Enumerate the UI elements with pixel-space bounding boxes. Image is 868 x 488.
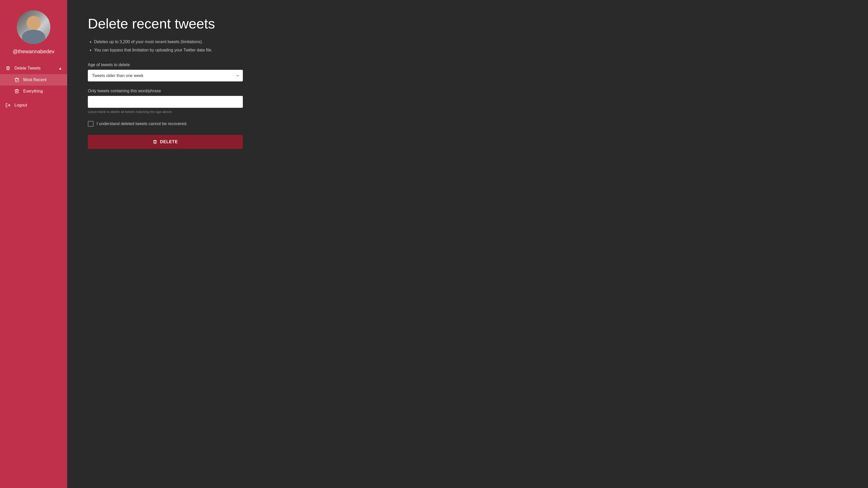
sidebar-item-delete-tweets[interactable]: Delete Tweets ▲: [0, 62, 67, 74]
confirm-checkbox-group: I understand deleted tweets cannot be re…: [88, 121, 243, 127]
sidebar-logout-label: Logout: [14, 103, 27, 108]
sidebar-nav: Delete Tweets ▲ Most Recent: [0, 62, 67, 111]
sidebar-item-delete-tweets-left: Delete Tweets: [5, 66, 40, 70]
age-form-group: Age of tweets to delete Tweets older tha…: [88, 62, 243, 81]
delete-form: Age of tweets to delete Tweets older tha…: [88, 62, 243, 149]
delete-button[interactable]: DELETE: [88, 135, 243, 149]
avatar-image: [17, 10, 51, 44]
checkbox-label: I understand deleted tweets cannot be re…: [97, 121, 187, 126]
sidebar-logout-left: Logout: [5, 103, 27, 108]
confirm-checkbox[interactable]: [88, 121, 94, 127]
main-content: Delete recent tweets Deletes up to 3,200…: [67, 0, 868, 488]
age-label: Age of tweets to delete: [88, 62, 243, 67]
age-select[interactable]: Tweets older than one week Tweets older …: [88, 70, 243, 81]
phrase-hint: Leave blank to delete all tweets matchin…: [88, 110, 243, 114]
trash-clock-icon: [14, 77, 20, 82]
delete-button-label: DELETE: [160, 140, 178, 144]
trash-x-icon: [14, 89, 20, 94]
sidebar-everything-label: Everything: [23, 89, 43, 93]
info-list: Deletes up to 3,200 of your most recent …: [88, 39, 847, 53]
phrase-input[interactable]: [88, 96, 243, 108]
chevron-up-icon: ▲: [58, 66, 62, 70]
page-title: Delete recent tweets: [88, 16, 847, 32]
phrase-label: Only tweets containing this word/phrase: [88, 89, 243, 93]
sidebar: @thewannabedev Delete Tweets ▲: [0, 0, 67, 488]
username-label: @thewannabedev: [13, 49, 55, 55]
phrase-form-group: Only tweets containing this word/phrase …: [88, 89, 243, 114]
delete-button-trash-icon: [153, 140, 157, 144]
sidebar-item-most-recent[interactable]: Most Recent: [0, 74, 67, 86]
sidebar-delete-tweets-label: Delete Tweets: [14, 66, 40, 70]
bullet-item-1: Deletes up to 3,200 of your most recent …: [94, 39, 847, 45]
avatar: [17, 10, 51, 44]
trash-icon: [5, 66, 11, 70]
bullet-item-2: You can bypass that limitation by upload…: [94, 47, 847, 53]
sidebar-item-logout[interactable]: Logout: [0, 99, 67, 111]
sidebar-most-recent-label: Most Recent: [23, 78, 46, 82]
sidebar-item-everything[interactable]: Everything: [0, 86, 67, 97]
logout-icon: [5, 103, 11, 108]
